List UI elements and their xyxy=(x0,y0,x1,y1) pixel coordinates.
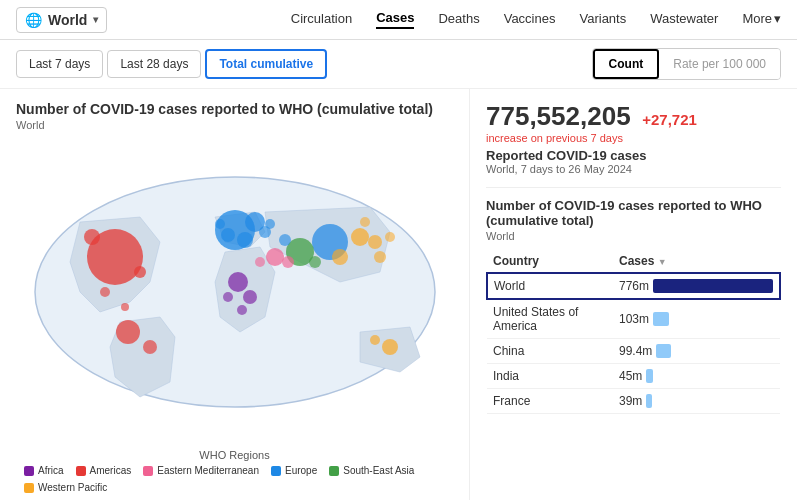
svg-point-30 xyxy=(223,292,233,302)
chevron-more-icon: ▾ xyxy=(774,11,781,26)
svg-point-2 xyxy=(84,229,100,245)
legend-title: WHO Regions xyxy=(16,449,453,461)
country-france: France xyxy=(487,389,613,414)
svg-point-13 xyxy=(215,219,225,229)
world-map xyxy=(16,139,453,445)
legend-southeast-asia: South-East Asia xyxy=(329,465,414,476)
legend-eastern-med: Eastern Mediterranean xyxy=(143,465,259,476)
col-country[interactable]: Country xyxy=(487,250,613,273)
legend-americas-label: Americas xyxy=(90,465,132,476)
chevron-down-icon: ▾ xyxy=(93,14,98,25)
table-row-usa: United States of America 103m xyxy=(487,299,780,339)
stat-meta: World, 7 days to 26 May 2024 xyxy=(486,163,781,175)
legend-eastern-med-label: Eastern Mediterranean xyxy=(157,465,259,476)
nav-variants[interactable]: Variants xyxy=(579,11,626,28)
chart-section: Number of COVID-19 cases reported to WHO… xyxy=(486,187,781,414)
left-panel: Number of COVID-19 cases reported to WHO… xyxy=(0,89,470,500)
globe-icon: 🌐 xyxy=(25,12,42,28)
svg-point-21 xyxy=(279,234,291,246)
nav-wastewater[interactable]: Wastewater xyxy=(650,11,718,28)
tab-last-28-days[interactable]: Last 28 days xyxy=(107,50,201,78)
svg-point-24 xyxy=(360,217,370,227)
svg-point-10 xyxy=(237,232,253,248)
svg-point-5 xyxy=(143,340,157,354)
table-row-world: World 776m xyxy=(487,273,780,299)
svg-point-6 xyxy=(100,287,110,297)
legend-western-pacific: Western Pacific xyxy=(24,482,107,493)
stat-label: Reported COVID-19 cases xyxy=(486,148,781,163)
svg-point-31 xyxy=(237,305,247,315)
nav-vaccines[interactable]: Vaccines xyxy=(504,11,556,28)
world-selector[interactable]: 🌐 World ▾ xyxy=(16,7,107,33)
southeast-asia-color xyxy=(329,466,339,476)
legend-western-pacific-label: Western Pacific xyxy=(38,482,107,493)
europe-color xyxy=(271,466,281,476)
count-rate-toggle: Count Rate per 100 000 xyxy=(592,48,781,80)
bar-world xyxy=(653,279,773,293)
table-row-france: France 39m xyxy=(487,389,780,414)
svg-point-27 xyxy=(255,257,265,267)
country-world: World xyxy=(487,273,613,299)
table-wrapper[interactable]: Country Cases ▼ World 776 xyxy=(486,250,781,414)
table-row-china: China 99.4m xyxy=(487,339,780,364)
legend-europe: Europe xyxy=(271,465,317,476)
nav-more[interactable]: More ▾ xyxy=(742,11,781,28)
eastern-med-color xyxy=(143,466,153,476)
svg-point-20 xyxy=(309,256,321,268)
bar-france xyxy=(646,394,652,408)
svg-point-28 xyxy=(228,272,248,292)
country-india: India xyxy=(487,364,613,389)
svg-point-23 xyxy=(385,232,395,242)
nav-cases[interactable]: Cases xyxy=(376,10,414,29)
nav-links: Circulation Cases Deaths Vaccines Varian… xyxy=(291,10,781,29)
stat-block: 775,552,205 +27,721 increase on previous… xyxy=(486,101,781,175)
tab-last-7-days[interactable]: Last 7 days xyxy=(16,50,103,78)
country-china: China xyxy=(487,339,613,364)
tab-total-cumulative[interactable]: Total cumulative xyxy=(205,49,327,79)
americas-color xyxy=(76,466,86,476)
cases-france: 39m xyxy=(613,389,780,414)
bar-usa xyxy=(653,312,669,326)
svg-point-26 xyxy=(282,256,294,268)
legend-africa-label: Africa xyxy=(38,465,64,476)
rate-button[interactable]: Rate per 100 000 xyxy=(659,49,780,79)
nav-deaths[interactable]: Deaths xyxy=(438,11,479,28)
app-header: 🌐 World ▾ Circulation Cases Deaths Vacci… xyxy=(0,0,797,40)
col-cases[interactable]: Cases ▼ xyxy=(613,250,780,273)
stat-increase-label: increase on previous 7 days xyxy=(486,132,781,144)
svg-point-22 xyxy=(374,251,386,263)
svg-point-33 xyxy=(370,335,380,345)
world-label: World xyxy=(48,12,87,28)
stat-number: 775,552,205 xyxy=(486,101,631,131)
svg-point-11 xyxy=(221,228,235,242)
cases-world: 776m xyxy=(613,273,780,299)
cases-india: 45m xyxy=(613,364,780,389)
map-subtitle: World xyxy=(16,119,453,131)
sort-icon: ▼ xyxy=(658,257,667,267)
nav-circulation[interactable]: Circulation xyxy=(291,11,352,28)
svg-point-19 xyxy=(368,235,382,249)
legend-africa: Africa xyxy=(24,465,64,476)
legend-europe-label: Europe xyxy=(285,465,317,476)
bar-india xyxy=(646,369,653,383)
cases-usa: 103m xyxy=(613,299,780,339)
sub-header: Last 7 days Last 28 days Total cumulativ… xyxy=(0,40,797,89)
country-usa: United States of America xyxy=(487,299,613,339)
bar-china xyxy=(656,344,671,358)
map-legend: WHO Regions Africa Americas Eastern Medi… xyxy=(16,449,453,493)
western-pacific-color xyxy=(24,483,34,493)
stat-increase: +27,721 xyxy=(642,111,697,128)
legend-americas: Americas xyxy=(76,465,132,476)
svg-point-25 xyxy=(266,248,284,266)
cases-china: 99.4m xyxy=(613,339,780,364)
svg-point-32 xyxy=(382,339,398,355)
africa-color xyxy=(24,466,34,476)
cases-table: Country Cases ▼ World 776 xyxy=(486,250,781,414)
main-content: Number of COVID-19 cases reported to WHO… xyxy=(0,89,797,500)
svg-point-7 xyxy=(121,303,129,311)
svg-point-17 xyxy=(351,228,369,246)
table-row-india: India 45m xyxy=(487,364,780,389)
count-button[interactable]: Count xyxy=(593,49,660,79)
chart-title: Number of COVID-19 cases reported to WHO… xyxy=(486,198,781,228)
svg-point-3 xyxy=(134,266,146,278)
